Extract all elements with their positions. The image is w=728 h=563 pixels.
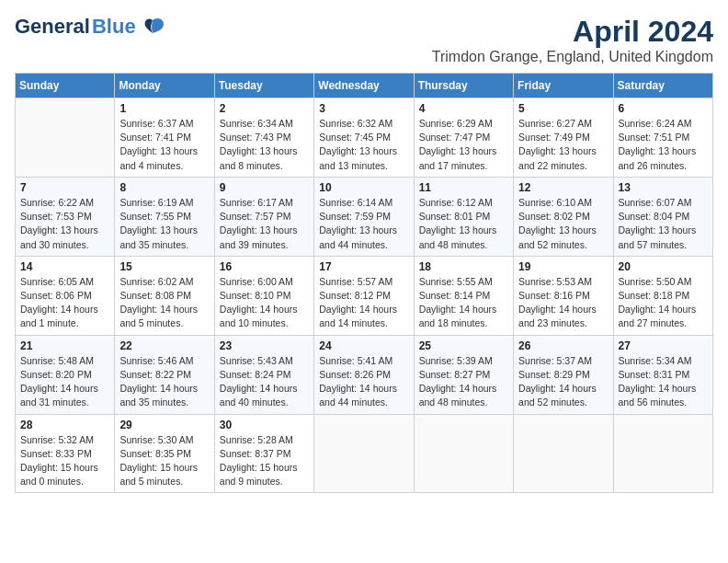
daylight-text: and 52 minutes. bbox=[518, 396, 608, 409]
sunset-text: Sunset: 7:57 PM bbox=[220, 210, 309, 224]
sunrise-text: Sunrise: 5:55 AM bbox=[419, 275, 508, 289]
daylight-text: and 52 minutes. bbox=[518, 238, 608, 252]
sunset-text: Sunset: 8:04 PM bbox=[619, 210, 708, 224]
daylight-text: Daylight: 13 hours bbox=[20, 224, 109, 237]
cell-info: Sunrise: 5:57 AMSunset: 8:12 PMDaylight:… bbox=[319, 275, 408, 331]
calendar-header: Sunday Monday Tuesday Wednesday Thursday… bbox=[16, 74, 713, 98]
col-friday: Friday bbox=[514, 74, 613, 98]
daylight-text: and 31 minutes. bbox=[20, 396, 109, 409]
calendar-cell: 7Sunrise: 6:22 AMSunset: 7:53 PMDaylight… bbox=[16, 177, 115, 256]
sunrise-text: Sunrise: 6:02 AM bbox=[119, 275, 209, 289]
cell-info: Sunrise: 6:10 AMSunset: 8:02 PMDaylight:… bbox=[518, 196, 608, 252]
calendar-cell: 16Sunrise: 6:00 AMSunset: 8:10 PMDayligh… bbox=[214, 256, 313, 335]
cell-info: Sunrise: 5:30 AMSunset: 8:35 PMDaylight:… bbox=[119, 433, 209, 489]
sunrise-text: Sunrise: 6:32 AM bbox=[319, 117, 408, 131]
daylight-text: Daylight: 14 hours bbox=[119, 382, 209, 396]
sunrise-text: Sunrise: 5:32 AM bbox=[20, 433, 109, 447]
daylight-text: and 48 minutes. bbox=[419, 396, 508, 409]
sunset-text: Sunset: 8:16 PM bbox=[518, 289, 608, 303]
daylight-text: and 48 minutes. bbox=[419, 238, 508, 252]
calendar-cell: 8Sunrise: 6:19 AMSunset: 7:55 PMDaylight… bbox=[115, 177, 214, 256]
daylight-text: and 39 minutes. bbox=[220, 238, 309, 252]
col-monday: Monday bbox=[115, 74, 214, 98]
sunset-text: Sunset: 7:47 PM bbox=[419, 131, 508, 144]
logo-bird-icon bbox=[140, 17, 165, 37]
calendar-cell: 20Sunrise: 5:50 AMSunset: 8:18 PMDayligh… bbox=[613, 256, 712, 335]
cell-info: Sunrise: 6:32 AMSunset: 7:45 PMDaylight:… bbox=[319, 117, 408, 173]
day-number: 5 bbox=[518, 102, 608, 115]
calendar-cell: 12Sunrise: 6:10 AMSunset: 8:02 PMDayligh… bbox=[514, 177, 613, 256]
daylight-text: Daylight: 14 hours bbox=[518, 303, 608, 316]
sunset-text: Sunset: 7:55 PM bbox=[119, 210, 209, 224]
cell-info: Sunrise: 5:46 AMSunset: 8:22 PMDaylight:… bbox=[119, 354, 209, 410]
daylight-text: and 14 minutes. bbox=[319, 316, 408, 330]
day-number: 28 bbox=[20, 419, 109, 431]
sunrise-text: Sunrise: 5:28 AM bbox=[220, 433, 309, 447]
calendar-cell bbox=[414, 414, 513, 493]
daylight-text: Daylight: 14 hours bbox=[319, 382, 408, 396]
daylight-text: and 44 minutes. bbox=[319, 238, 408, 252]
day-number: 22 bbox=[119, 339, 209, 352]
cell-info: Sunrise: 5:39 AMSunset: 8:27 PMDaylight:… bbox=[419, 354, 508, 410]
day-number: 7 bbox=[20, 181, 109, 194]
sunset-text: Sunset: 8:26 PM bbox=[319, 368, 408, 382]
sunset-text: Sunset: 8:22 PM bbox=[119, 368, 209, 382]
calendar-cell: 24Sunrise: 5:41 AMSunset: 8:26 PMDayligh… bbox=[314, 335, 414, 414]
daylight-text: Daylight: 15 hours bbox=[119, 461, 209, 475]
cell-info: Sunrise: 5:43 AMSunset: 8:24 PMDaylight:… bbox=[220, 354, 309, 410]
daylight-text: and 35 minutes. bbox=[119, 396, 209, 409]
col-wednesday: Wednesday bbox=[314, 74, 414, 98]
daylight-text: Daylight: 15 hours bbox=[220, 461, 309, 475]
daylight-text: and 30 minutes. bbox=[20, 238, 109, 252]
daylight-text: Daylight: 13 hours bbox=[319, 224, 408, 237]
sunrise-text: Sunrise: 6:14 AM bbox=[319, 196, 408, 210]
daylight-text: Daylight: 14 hours bbox=[619, 303, 708, 316]
daylight-text: and 40 minutes. bbox=[220, 396, 309, 409]
calendar-cell: 18Sunrise: 5:55 AMSunset: 8:14 PMDayligh… bbox=[414, 256, 513, 335]
sunrise-text: Sunrise: 6:05 AM bbox=[20, 275, 109, 289]
day-number: 13 bbox=[619, 181, 708, 194]
sunset-text: Sunset: 8:14 PM bbox=[419, 289, 508, 303]
cell-info: Sunrise: 6:27 AMSunset: 7:49 PMDaylight:… bbox=[518, 117, 608, 173]
daylight-text: and 26 minutes. bbox=[619, 159, 708, 173]
daylight-text: Daylight: 14 hours bbox=[419, 382, 508, 396]
sunset-text: Sunset: 7:49 PM bbox=[518, 131, 608, 144]
daylight-text: and 18 minutes. bbox=[419, 316, 508, 330]
sunset-text: Sunset: 7:53 PM bbox=[20, 210, 109, 224]
sunset-text: Sunset: 8:20 PM bbox=[20, 368, 109, 382]
cell-info: Sunrise: 5:55 AMSunset: 8:14 PMDaylight:… bbox=[419, 275, 508, 331]
sunrise-text: Sunrise: 6:17 AM bbox=[220, 196, 309, 210]
daylight-text: Daylight: 13 hours bbox=[619, 144, 708, 158]
calendar-cell: 1Sunrise: 6:37 AMSunset: 7:41 PMDaylight… bbox=[115, 98, 214, 178]
sunset-text: Sunset: 8:10 PM bbox=[220, 289, 309, 303]
cell-info: Sunrise: 5:37 AMSunset: 8:29 PMDaylight:… bbox=[518, 354, 608, 410]
sunset-text: Sunset: 8:27 PM bbox=[419, 368, 508, 382]
calendar-cell: 23Sunrise: 5:43 AMSunset: 8:24 PMDayligh… bbox=[214, 335, 313, 414]
day-number: 17 bbox=[319, 260, 408, 273]
col-thursday: Thursday bbox=[414, 74, 513, 98]
day-number: 8 bbox=[119, 181, 209, 194]
sunrise-text: Sunrise: 6:27 AM bbox=[518, 117, 608, 131]
calendar-cell: 21Sunrise: 5:48 AMSunset: 8:20 PMDayligh… bbox=[16, 335, 115, 414]
daylight-text: and 10 minutes. bbox=[220, 316, 309, 330]
daylight-text: Daylight: 13 hours bbox=[419, 144, 508, 158]
daylight-text: and 22 minutes. bbox=[518, 159, 608, 173]
sunrise-text: Sunrise: 6:00 AM bbox=[220, 275, 309, 289]
sunrise-text: Sunrise: 5:57 AM bbox=[319, 275, 408, 289]
day-number: 19 bbox=[518, 260, 608, 273]
cell-info: Sunrise: 6:34 AMSunset: 7:43 PMDaylight:… bbox=[220, 117, 309, 173]
daylight-text: Daylight: 15 hours bbox=[20, 461, 109, 475]
daylight-text: and 5 minutes. bbox=[119, 316, 209, 330]
daylight-text: Daylight: 13 hours bbox=[518, 144, 608, 158]
calendar-cell: 26Sunrise: 5:37 AMSunset: 8:29 PMDayligh… bbox=[514, 335, 613, 414]
calendar-cell: 27Sunrise: 5:34 AMSunset: 8:31 PMDayligh… bbox=[613, 335, 712, 414]
sunset-text: Sunset: 8:06 PM bbox=[20, 289, 109, 303]
day-number: 6 bbox=[619, 102, 708, 115]
sunset-text: Sunset: 8:02 PM bbox=[518, 210, 608, 224]
day-number: 23 bbox=[220, 339, 309, 352]
cell-info: Sunrise: 6:37 AMSunset: 7:41 PMDaylight:… bbox=[119, 117, 209, 173]
daylight-text: and 9 minutes. bbox=[220, 475, 309, 488]
daylight-text: and 13 minutes. bbox=[319, 159, 408, 173]
calendar-table: Sunday Monday Tuesday Wednesday Thursday… bbox=[15, 73, 713, 493]
daylight-text: Daylight: 14 hours bbox=[20, 382, 109, 396]
